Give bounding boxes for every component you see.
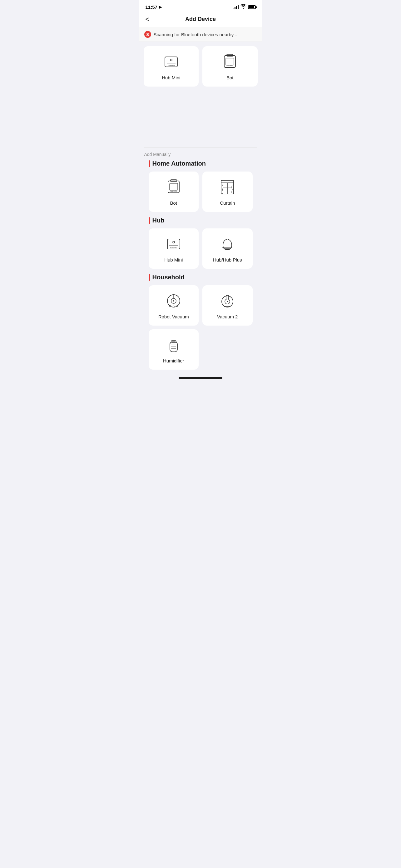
manual-hub-mini-card[interactable]: SwitchBot Hub Mini [149,228,199,269]
home-automation-section: Home Automation SwitchBot Bot [144,160,257,217]
hub-mini-icon: SwitchBot [162,53,180,71]
svg-rect-6 [226,58,234,65]
status-left: 11:57 ▶ [145,4,162,10]
household-header: Household [149,274,253,281]
humidifier-card[interactable]: Humidifier [149,329,199,370]
household-grid: Robot Vacuum Vacuum 2 [149,285,253,370]
svg-rect-5 [227,54,233,56]
manual-label: Add Manually [144,152,257,157]
discovered-hub-mini-card[interactable]: SwitchBot Hub Mini [144,46,199,87]
discovered-hub-mini-label: Hub Mini [162,75,180,80]
household-section: Household Robot Vacuum [144,274,257,375]
discovered-section: SwitchBot Hub Mini SwitchBot Bot [139,42,262,91]
household-accent [149,274,150,281]
manual-hub-plus-label: Hub/Hub Plus [213,257,242,262]
scanning-bar: S Scanning for Bluetooth devices nearby.… [139,27,262,42]
manual-bot-label: Bot [170,200,177,206]
hub-grid: SwitchBot Hub Mini Hub/Hub Plus [149,228,253,269]
robot-vacuum-icon [164,291,183,310]
svg-text:SwitchBot: SwitchBot [170,247,177,249]
page-header: < Add Device [139,12,262,27]
status-bar: 11:57 ▶ [139,0,262,12]
manual-section: Add Manually Home Automation SwitchBot B… [139,148,262,375]
svg-rect-9 [170,180,177,182]
hub-mini-manual-icon: SwitchBot [164,235,183,253]
wifi-icon [240,4,246,10]
scanning-text: Scanning for Bluetooth devices nearby... [154,32,237,37]
bot-icon-discovered: SwitchBot [221,53,239,71]
time: 11:57 [145,4,157,10]
household-title: Household [153,274,185,281]
robot-vacuum-label: Robot Vacuum [158,314,189,319]
svg-point-27 [173,306,174,307]
manual-hub-plus-card[interactable]: Hub/Hub Plus [202,228,253,269]
location-icon: ▶ [159,5,162,9]
manual-bot-card[interactable]: SwitchBot Bot [149,172,199,212]
vacuum2-label: Vacuum 2 [217,314,238,319]
back-button[interactable]: < [145,15,149,24]
curtain-icon [218,178,237,196]
home-bar [179,377,222,379]
svg-point-18 [173,241,175,243]
svg-point-33 [227,301,228,302]
manual-curtain-label: Curtain [220,200,235,206]
manual-hub-mini-label: Hub Mini [164,257,183,262]
svg-point-25 [173,300,174,302]
hub-header: Hub [149,217,253,224]
hub-accent [149,217,150,224]
vacuum2-icon [218,291,237,310]
svg-point-1 [170,59,172,61]
hub-plus-icon [218,235,237,253]
home-automation-accent [149,160,150,167]
svg-rect-10 [170,183,178,190]
svg-text:SwitchBot: SwitchBot [168,65,175,67]
page-title: Add Device [185,16,216,23]
robot-vacuum-card[interactable]: Robot Vacuum [149,285,199,326]
scanning-status-icon: S [144,31,151,38]
svg-text:SwitchBot: SwitchBot [226,65,234,67]
battery-icon [248,5,256,9]
status-right [233,4,256,10]
svg-text:SwitchBot: SwitchBot [170,190,177,192]
vacuum2-card[interactable]: Vacuum 2 [202,285,253,326]
hub-title: Hub [153,217,165,224]
signal-icon [233,5,239,9]
humidifier-icon [164,336,183,354]
home-indicator [139,375,262,380]
bot-manual-icon: SwitchBot [164,178,183,196]
svg-rect-36 [171,341,176,342]
home-automation-grid: SwitchBot Bot [149,172,253,212]
empty-discovered-area [139,91,262,147]
humidifier-label: Humidifier [163,358,184,363]
hub-section: Hub SwitchBot Hub Mini [144,217,257,274]
discovered-bot-label: Bot [226,75,234,80]
manual-curtain-card[interactable]: Curtain [202,172,253,212]
discovered-bot-card[interactable]: SwitchBot Bot [202,46,258,87]
discovered-device-grid: SwitchBot Hub Mini SwitchBot Bot [144,46,258,87]
home-automation-header: Home Automation [149,160,253,167]
home-automation-title: Home Automation [153,160,206,167]
